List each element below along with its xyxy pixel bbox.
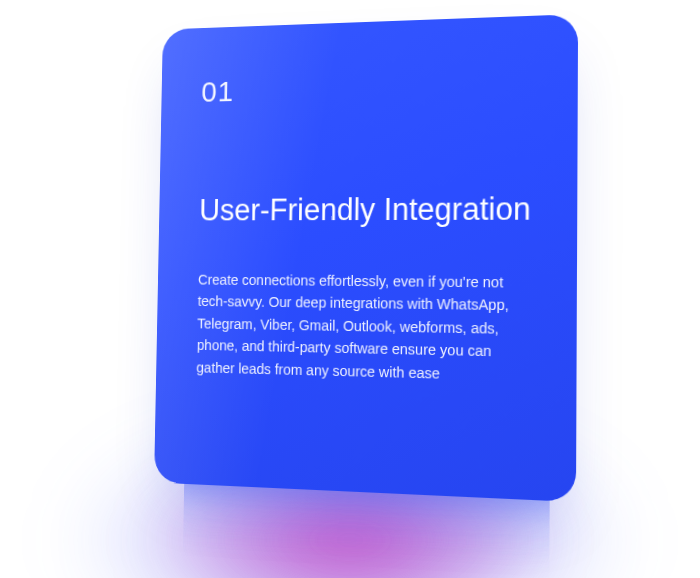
stage: 01 User-Friendly Integration Create conn… <box>0 0 700 578</box>
feature-card: 01 User-Friendly Integration Create conn… <box>154 14 578 502</box>
card-number: 01 <box>201 66 532 108</box>
card-title: User-Friendly Integration <box>199 191 532 228</box>
card-body: Create connections effortlessly, even if… <box>196 269 529 388</box>
